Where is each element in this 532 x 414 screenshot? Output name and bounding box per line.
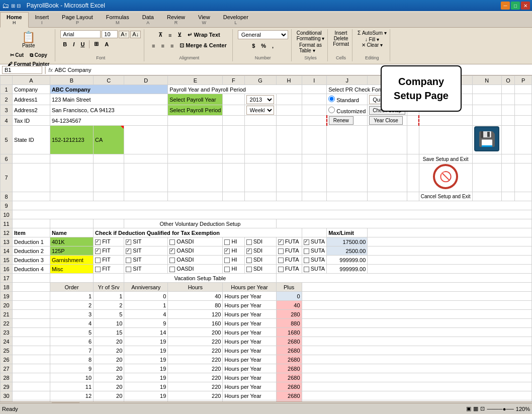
cell-g7[interactable] xyxy=(244,163,276,192)
cell-f7[interactable] xyxy=(223,163,244,192)
cell-i6[interactable] xyxy=(302,154,327,163)
fill-button[interactable]: ↓ Fill ▾ xyxy=(365,37,379,42)
cell-o1[interactable] xyxy=(501,85,515,94)
cell-h5[interactable] xyxy=(276,126,302,154)
cell-g16[interactable]: SDI xyxy=(244,265,276,274)
cell-i8[interactable] xyxy=(302,192,327,201)
col-header-h[interactable]: H xyxy=(276,76,302,85)
cell-i5[interactable] xyxy=(302,126,327,154)
percent-button[interactable]: % xyxy=(258,41,269,50)
align-middle-button[interactable]: ≡ xyxy=(166,30,174,40)
cell-f8[interactable] xyxy=(223,192,244,201)
cell-b8[interactable] xyxy=(50,192,93,201)
tab-insert[interactable]: InsertI xyxy=(29,12,56,27)
cell-c16[interactable]: FIT xyxy=(94,265,124,274)
cell-g2[interactable]: 2013 xyxy=(244,94,276,105)
cell-e14[interactable]: OASDI xyxy=(168,246,223,256)
cell-g14[interactable]: SDI xyxy=(244,246,276,256)
cell-a1[interactable]: Company xyxy=(13,85,50,94)
cell-p1[interactable] xyxy=(515,85,532,94)
wrap-text-button[interactable]: ↵ Wrap Text xyxy=(185,30,222,40)
cell-m8[interactable]: Cancel Setup and Exit xyxy=(419,192,472,201)
cell-c8[interactable] xyxy=(94,192,124,201)
align-top-button[interactable]: ⊼ xyxy=(156,30,165,40)
cell-f6[interactable] xyxy=(223,154,244,163)
name-box[interactable]: B1 xyxy=(2,66,42,74)
cell-o5[interactable] xyxy=(501,126,515,154)
cell-d8[interactable] xyxy=(124,192,168,201)
cell-o8[interactable] xyxy=(501,192,515,201)
tab-developer[interactable]: DeveloperL xyxy=(217,12,255,27)
cell-f5[interactable] xyxy=(223,126,244,154)
cell-i1[interactable] xyxy=(302,85,327,94)
cell-h7[interactable] xyxy=(276,163,302,192)
underline-button[interactable]: U xyxy=(78,40,87,49)
tab-review[interactable]: ReviewR xyxy=(160,12,192,27)
cut-button[interactable]: ✂ Cut xyxy=(8,51,26,60)
cell-j2[interactable]: Standard xyxy=(327,94,368,105)
cell-f2[interactable] xyxy=(223,94,244,105)
cell-i16[interactable]: SUTA xyxy=(302,265,327,274)
cell-o4[interactable] xyxy=(501,116,515,126)
currency-button[interactable]: $ xyxy=(249,41,257,50)
bold-button[interactable]: B xyxy=(60,40,69,49)
cell-h8[interactable] xyxy=(276,192,302,201)
cell-i4[interactable] xyxy=(302,116,327,126)
tab-pagelayout[interactable]: Page LayoutP xyxy=(55,12,100,27)
border-button[interactable]: ⊞ xyxy=(92,39,101,49)
cell-c6[interactable] xyxy=(94,154,124,163)
font-shrink-button[interactable]: A↓ xyxy=(130,31,141,38)
col-header-j[interactable]: J xyxy=(327,76,368,85)
cell-g15[interactable]: SDI xyxy=(244,256,276,265)
save-setup-icon[interactable]: 💾 xyxy=(474,126,499,151)
cell-e15[interactable]: OASDI xyxy=(168,256,223,265)
paste-button[interactable]: 📋 Paste xyxy=(18,30,39,50)
cell-p7[interactable] xyxy=(515,163,532,192)
cell-g3[interactable]: Weekly xyxy=(244,105,276,116)
font-size-input[interactable] xyxy=(102,30,118,38)
cell-e1[interactable]: Payroll Year and Payroll Period xyxy=(168,85,302,94)
cell-b6[interactable] xyxy=(50,154,93,163)
cell-o2[interactable] xyxy=(501,94,515,105)
cell-l7[interactable] xyxy=(407,163,419,192)
cell-i15[interactable]: SUTA xyxy=(302,256,327,265)
cell-a3[interactable]: Address2 xyxy=(13,105,50,116)
cell-e16[interactable]: OASDI xyxy=(168,265,223,274)
year-close-button[interactable]: Year Close xyxy=(369,116,403,125)
cell-k4[interactable]: Year Close xyxy=(368,116,407,126)
align-center-button[interactable]: ≡ xyxy=(158,41,166,50)
cell-n3[interactable] xyxy=(472,105,501,116)
col-header-p[interactable]: P xyxy=(515,76,532,85)
cell-c15[interactable]: FIT xyxy=(94,256,124,265)
customized-radio[interactable] xyxy=(328,107,335,113)
cell-n6[interactable] xyxy=(472,154,501,163)
cell-d6[interactable] xyxy=(124,154,168,163)
cell-f16[interactable]: HI xyxy=(223,265,244,274)
cell-b7[interactable] xyxy=(50,163,93,192)
cell-b3[interactable]: San Francisco, CA 94123 xyxy=(50,105,167,116)
tab-view[interactable]: ViewW xyxy=(192,12,217,27)
payroll-period-select[interactable]: Weekly xyxy=(246,106,274,115)
renew-button[interactable]: Renew xyxy=(329,116,353,125)
cell-h2[interactable] xyxy=(276,94,302,105)
cell-d13[interactable]: SIT xyxy=(124,237,168,246)
cell-j8[interactable] xyxy=(327,192,368,201)
cell-p3[interactable] xyxy=(515,105,532,116)
cell-i2[interactable] xyxy=(302,94,327,105)
cell-m7[interactable]: 🚫 xyxy=(419,163,472,192)
col-header-b[interactable]: B xyxy=(50,76,93,85)
cell-h3[interactable] xyxy=(276,105,302,116)
cell-n1[interactable] xyxy=(472,85,501,94)
cell-p5[interactable] xyxy=(515,126,532,154)
cell-h15[interactable]: FUTA xyxy=(276,256,302,265)
tab-formulas[interactable]: FormulasM xyxy=(100,12,136,27)
cell-m6[interactable]: Save Setup and Exit xyxy=(419,154,472,163)
cell-a4[interactable]: Tax ID xyxy=(13,116,50,126)
col-header-a[interactable]: A xyxy=(13,76,50,85)
cell-o3[interactable] xyxy=(501,105,515,116)
cell-a5[interactable]: State ID xyxy=(13,126,50,154)
col-header-c[interactable]: C xyxy=(94,76,124,85)
cell-e8[interactable] xyxy=(168,192,223,201)
cell-g13[interactable]: SDI xyxy=(244,237,276,246)
cell-d14[interactable]: SIT xyxy=(124,246,168,256)
